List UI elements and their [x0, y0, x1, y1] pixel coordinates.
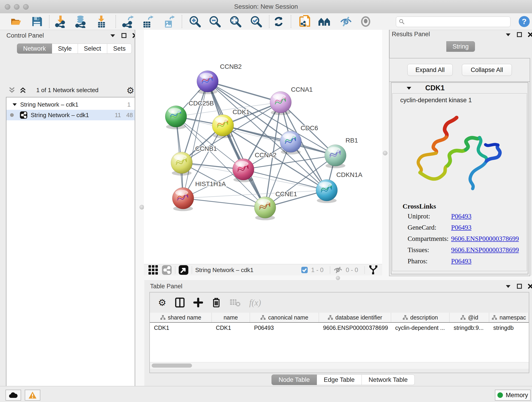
expand-all-button[interactable]: Expand All — [407, 64, 453, 76]
table-settings-gear-icon[interactable]: ⚙ — [158, 298, 166, 307]
table-cell[interactable]: stringdb — [489, 323, 529, 333]
table-row[interactable]: CDK1CDK1P064939606.ENSP00000378699cyclin… — [150, 323, 529, 333]
network-node-cdkn1a[interactable]: CDKN1A — [316, 171, 362, 203]
column-header-name[interactable]: name — [212, 313, 250, 322]
gene-header-row[interactable]: CDK1 — [391, 83, 528, 93]
network-node-hist1h1a[interactable]: HIST1H1A — [172, 180, 226, 211]
delete-table-icon[interactable] — [230, 298, 241, 307]
help-icon[interactable]: ? — [518, 15, 531, 28]
memory-button[interactable]: Memory — [495, 390, 531, 401]
float-panel-icon[interactable] — [121, 33, 127, 38]
detach-view-icon[interactable] — [178, 265, 189, 275]
column-header-canonical-name[interactable]: canonical name — [250, 313, 319, 322]
automate-icon[interactable] — [318, 15, 331, 28]
zoom-out-icon[interactable] — [209, 15, 221, 28]
grid-view-icon[interactable] — [148, 265, 158, 275]
network-row-selected[interactable]: String Network – cdk1 11 48 — [6, 110, 136, 120]
selected-checkbox-icon[interactable] — [301, 267, 308, 274]
crosslink-value-link[interactable]: P06493 — [451, 212, 472, 220]
show-columns-icon[interactable] — [175, 298, 185, 307]
export-network-icon[interactable] — [122, 15, 134, 28]
tab-string[interactable]: String — [446, 41, 475, 52]
gene-collapse-icon[interactable] — [406, 86, 412, 90]
close-panel-icon[interactable] — [528, 32, 532, 37]
network-node-rb1[interactable]: RB1 — [325, 137, 358, 168]
column-header-database-identifier[interactable]: database identifier — [319, 313, 391, 322]
float-panel-icon[interactable] — [517, 284, 522, 289]
collection-expand-icon[interactable] — [12, 103, 17, 106]
network-tree: String Network – cdk1 1 String Network –… — [6, 97, 137, 402]
warning-status-button[interactable] — [25, 390, 40, 401]
gene-description: cyclin-dependent kinase 1 — [393, 94, 527, 104]
network-canvas[interactable]: CCNB2CCNA1CDC25BCDK1CDC6RB1CCNB1CCNA2CDK… — [144, 30, 382, 264]
crosslink-value-link[interactable]: 9606.ENSP00000378699 — [451, 235, 519, 242]
network-options-gear-icon[interactable]: ⚙ — [127, 86, 134, 95]
network-collection-row[interactable]: String Network – cdk1 1 — [6, 99, 136, 110]
horizontal-splitter-handle[interactable] — [336, 276, 340, 280]
export-table-icon[interactable] — [141, 15, 154, 28]
right-splitter-handle[interactable] — [383, 151, 387, 155]
node-label: CCNE1 — [275, 191, 297, 198]
toolbar-separator — [269, 15, 269, 28]
network-node-ccne1[interactable]: CCNE1 — [254, 191, 297, 220]
column-header-namespac[interactable]: namespac — [489, 313, 529, 322]
table-hscrollbar[interactable] — [150, 362, 529, 369]
zoom-selected-icon[interactable] — [250, 15, 263, 28]
table-cell[interactable]: cyclin-dependent ... — [391, 323, 450, 333]
tab-select[interactable]: Select — [78, 44, 107, 54]
tab-network[interactable]: Network — [17, 44, 52, 54]
hide-panel-icon[interactable] — [340, 15, 352, 28]
network-edge[interactable] — [183, 198, 265, 207]
float-panel-icon[interactable] — [517, 32, 522, 37]
share-view-icon[interactable] — [162, 265, 172, 275]
network-node-ccnb1[interactable]: CCNB1 — [171, 145, 217, 176]
crosslink-row: Tissues:9606.ENSP00000378699 — [408, 246, 527, 254]
left-splitter-handle[interactable] — [139, 205, 144, 210]
save-session-icon[interactable] — [31, 15, 43, 28]
table-cell[interactable]: CDK1 — [150, 323, 212, 333]
tab-network-table[interactable]: Network Table — [362, 375, 415, 385]
import-network-database-icon[interactable] — [74, 15, 87, 28]
hidden-eye-icon[interactable] — [333, 267, 342, 274]
crosslink-value-link[interactable]: 9606.ENSP00000378699 — [451, 246, 519, 254]
panel-menu-icon[interactable] — [110, 34, 115, 37]
zoom-fit-icon[interactable] — [229, 15, 242, 28]
refresh-icon[interactable] — [272, 15, 285, 28]
column-header-description[interactable]: description — [391, 313, 450, 322]
collapse-all-button[interactable]: Collapse All — [462, 64, 512, 76]
show-panel-icon[interactable] — [359, 15, 372, 28]
cloud-status-button[interactable] — [6, 390, 21, 401]
tab-style[interactable]: Style — [52, 44, 78, 54]
panel-menu-icon[interactable] — [505, 284, 511, 288]
table-cell[interactable]: CDK1 — [212, 323, 250, 333]
search-input[interactable] — [396, 17, 510, 27]
tab-node-table[interactable]: Node Table — [272, 375, 317, 385]
network-edge[interactable] — [208, 81, 265, 207]
crosslink-label: Uniprot: — [408, 212, 451, 220]
export-image-icon[interactable] — [163, 15, 176, 28]
crosslink-value-link[interactable]: P06493 — [451, 257, 472, 265]
panel-menu-icon[interactable] — [505, 33, 511, 36]
copy-style-icon[interactable] — [298, 15, 311, 28]
table-cell[interactable]: 9606.ENSP00000378699 — [319, 323, 391, 333]
column-header-shared-name[interactable]: shared name — [150, 313, 212, 322]
zoom-in-icon[interactable] — [189, 15, 201, 28]
open-session-icon[interactable] — [10, 15, 23, 28]
add-column-icon[interactable] — [193, 298, 203, 307]
function-builder-icon[interactable]: f(x) — [249, 298, 261, 307]
import-table-file-icon[interactable] — [95, 15, 108, 28]
crosslink-label: Pharos: — [408, 257, 451, 265]
table-cell[interactable]: stringdb:9... — [450, 323, 489, 333]
close-panel-icon[interactable] — [528, 284, 532, 289]
tab-sets[interactable]: Sets — [107, 44, 132, 54]
delete-column-icon[interactable] — [212, 297, 221, 308]
hscrollbar-thumb[interactable] — [152, 364, 192, 368]
column-header--id[interactable]: @id — [450, 313, 489, 322]
tab-edge-table[interactable]: Edge Table — [317, 375, 362, 385]
graph-overview-icon[interactable] — [368, 265, 379, 275]
table-cell[interactable]: P06493 — [250, 323, 319, 333]
table-panel-title: Table Panel — [150, 283, 182, 290]
crosslink-value-link[interactable]: P06493 — [451, 224, 472, 231]
import-network-file-icon[interactable] — [54, 15, 67, 28]
network-node-ccna1[interactable]: CCNA1 — [270, 86, 313, 115]
